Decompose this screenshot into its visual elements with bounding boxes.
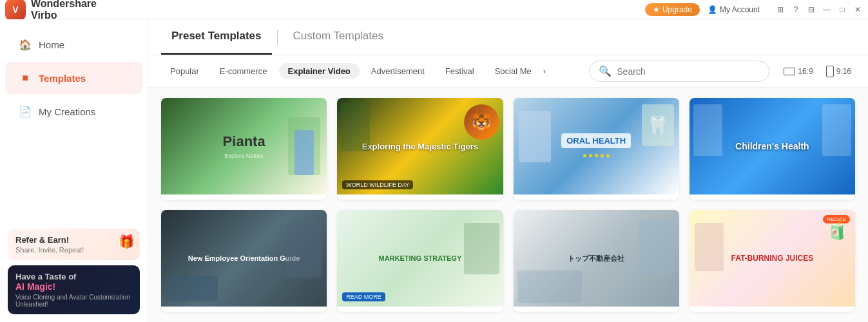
sidebar-item-templates-label: Templates — [39, 73, 86, 84]
template-thumb-3: ORAL HEALTH ★★★★★ 🦷 — [514, 98, 679, 194]
thumb-stars-3: ★★★★★ — [582, 152, 611, 159]
sidebar-item-home[interactable]: 🏠 Home — [5, 28, 142, 61]
thumb-title-7: トップ不動産会社 — [568, 254, 624, 263]
thumb-title-3: ORAL HEALTH — [561, 133, 631, 148]
sidebar: 🏠 Home ■ Templates 📄 My Creations 🎁 Refe… — [0, 19, 148, 322]
thumb-juice-8: 🧃 — [826, 220, 849, 241]
tab-divider — [277, 30, 278, 45]
template-name-4: Oral Health — [690, 194, 855, 200]
thumb-person-8 — [695, 223, 724, 271]
aspect-9-16-label: 9:16 — [836, 67, 851, 76]
template-grid: Pianta Explore Nature Natural World Expl… — [148, 88, 868, 322]
template-card-natural-world[interactable]: Pianta Explore Nature Natural World — [161, 98, 327, 200]
thumb-interior-7 — [517, 270, 582, 303]
sidebar-item-my-creations-label: My Creations — [39, 106, 95, 117]
template-card-onboarding[interactable]: New Employee Orientation Guide Onboardin… — [161, 210, 327, 312]
aspect-9-16-button[interactable]: 9:16 — [822, 63, 855, 80]
thumb-person-3 — [519, 111, 551, 162]
ai-magic-card[interactable]: Have a Taste of AI Magic! Voice Cloning … — [8, 265, 140, 314]
sidebar-item-home-label: Home — [39, 39, 64, 50]
search-box: 🔍 — [589, 61, 769, 82]
template-card-fat-loss-juice[interactable]: FAT-BURNING JUICES RECIPE 🧃 Fat Loss Jui… — [690, 210, 855, 312]
template-name-2: Roar of Majesty — [337, 194, 503, 200]
template-thumb-2: Exploring the Majestic Tigers WORLD WILD… — [337, 98, 503, 194]
template-thumb-4: Children's Health — [690, 98, 855, 194]
tab-custom-templates[interactable]: Custom Templates — [283, 19, 394, 55]
template-name-3: Brushing Brilliance Unleashed — [514, 194, 679, 200]
filter-ecommerce[interactable]: E-commerce — [211, 63, 276, 79]
thumb-person-4a — [693, 104, 722, 156]
thumb-badge-6: READ MORE — [342, 292, 385, 301]
app-name-line1: Wondershare — [31, 0, 97, 10]
portrait-icon — [826, 66, 834, 77]
app-logo: V — [5, 0, 26, 20]
thumb-title-1: Pianta — [223, 133, 265, 150]
thumb-person-7 — [639, 220, 674, 274]
thumb-building-5 — [166, 276, 218, 301]
thumb-tooth: 🦷 — [642, 104, 674, 146]
home-window-icon[interactable]: ⊞ — [775, 5, 786, 15]
filter-social-me[interactable]: Social Me — [486, 63, 541, 79]
search-input[interactable] — [617, 66, 746, 77]
apps-icon[interactable]: ⊟ — [806, 5, 816, 15]
help-icon[interactable]: ? — [791, 5, 801, 15]
template-name-8: Fat Loss Juice Tutorial — [690, 307, 855, 312]
upgrade-button[interactable]: ★ Upgrade — [645, 3, 700, 16]
filter-festival[interactable]: Festival — [436, 63, 483, 79]
template-name-7: Real Estate Agents — [514, 307, 679, 312]
aspect-16-9-label: 16:9 — [798, 67, 813, 76]
template-card-real-estate[interactable]: トップ不動産会社 Real Estate Agents — [514, 210, 679, 312]
refer-title: Refer & Earn! — [15, 235, 132, 245]
my-account-button[interactable]: 👤 My Account — [708, 5, 760, 14]
thumb-sub-1: Explore Nature — [225, 153, 264, 159]
template-card-brushing-brilliance[interactable]: ORAL HEALTH ★★★★★ 🦷 Brushing Brilliance … — [514, 98, 679, 200]
app-branding: V Wondershare Virbo — [5, 0, 97, 21]
upgrade-star-icon: ★ — [653, 5, 660, 14]
ai-magic-subtitle: Voice Cloning and Avatar Customization U… — [15, 294, 132, 308]
sidebar-item-templates[interactable]: ■ Templates — [5, 62, 142, 94]
thumb-title-6: MARKETING STRATEGY — [379, 254, 462, 262]
thumb-title-4: Children's Health — [735, 141, 809, 151]
filter-more-button[interactable]: › — [543, 66, 546, 76]
tab-preset-templates[interactable]: Preset Templates — [161, 19, 272, 55]
filter-bar: Popular E-commerce Explainer Video Adver… — [148, 55, 868, 88]
thumb-figure-1 — [294, 130, 314, 175]
aspect-ratio-controls: 16:9 9:16 — [780, 63, 855, 80]
template-name-6: Marketing Mastery Horizontal — [337, 307, 503, 312]
search-icon: 🔍 — [599, 65, 612, 77]
thumb-person-1 — [288, 117, 320, 175]
filter-explainer-video[interactable]: Explainer Video — [279, 63, 360, 79]
refer-subtitle: Share, Invite, Repeat! — [15, 246, 132, 254]
template-thumb-1: Pianta Explore Nature — [161, 98, 327, 194]
template-thumb-7: トップ不動産会社 — [514, 210, 679, 307]
thumb-title-2: Exploring the Majestic Tigers — [357, 142, 483, 151]
thumb-person-5 — [286, 223, 322, 278]
refer-earn-card[interactable]: 🎁 Refer & Earn! Share, Invite, Repeat! — [8, 229, 140, 260]
template-card-roar-of-majesty[interactable]: Exploring the Majestic Tigers WORLD WILD… — [337, 98, 503, 200]
template-card-oral-health[interactable]: Children's Health Oral Health — [690, 98, 855, 200]
aspect-16-9-button[interactable]: 16:9 — [780, 64, 816, 79]
template-name-5: Onboarding Guide — [161, 307, 327, 312]
close-button[interactable]: ✕ — [853, 5, 863, 15]
thumb-person-6 — [464, 223, 499, 274]
sidebar-item-my-creations[interactable]: 📄 My Creations — [5, 95, 142, 128]
title-bar-actions: ★ Upgrade 👤 My Account ⊞ ? ⊟ — □ ✕ — [645, 3, 863, 16]
filter-advertisement[interactable]: Advertisement — [362, 63, 434, 79]
title-bar: V Wondershare Virbo ★ Upgrade 👤 My Accou… — [0, 0, 868, 19]
thumb-person-4b — [822, 104, 851, 156]
landscape-icon — [784, 68, 795, 75]
sidebar-nav: 🏠 Home ■ Templates 📄 My Creations — [0, 19, 148, 221]
ai-magic-prefix: Have a Taste of — [15, 272, 132, 281]
thumb-tiger-emoji: 🐯 — [464, 104, 499, 140]
template-card-marketing[interactable]: MARKETING STRATEGY READ MORE Marketing M… — [337, 210, 503, 312]
minimize-button[interactable]: — — [822, 5, 832, 15]
window-controls: ⊞ ? ⊟ — □ ✕ — [775, 5, 863, 15]
thumb-title-8: FAT-BURNING JUICES — [731, 254, 813, 263]
maximize-button[interactable]: □ — [837, 5, 847, 15]
template-thumb-8: FAT-BURNING JUICES RECIPE 🧃 — [690, 210, 855, 307]
thumb-tiger-circle: 🐯 — [464, 104, 499, 140]
thumb-badge-2: WORLD WILDLIFE DAY — [342, 180, 413, 189]
content-area: Preset Templates Custom Templates Popula… — [148, 19, 868, 322]
filter-popular[interactable]: Popular — [161, 63, 208, 79]
template-thumb-6: MARKETING STRATEGY READ MORE — [337, 210, 503, 307]
